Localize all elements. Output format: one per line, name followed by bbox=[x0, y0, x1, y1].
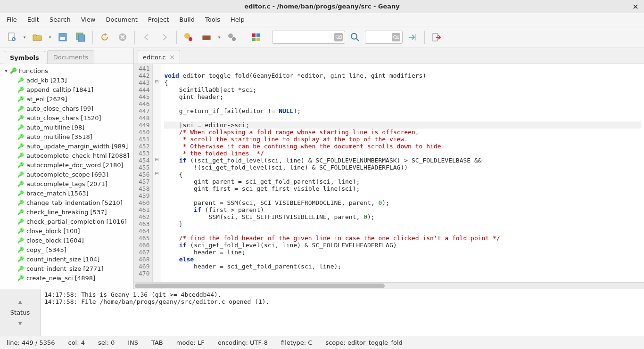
find-button[interactable] bbox=[347, 29, 363, 45]
menu-file[interactable]: File bbox=[2, 14, 22, 25]
symbol-item[interactable]: check_line_breaking [537] bbox=[0, 207, 133, 217]
function-icon bbox=[17, 189, 25, 197]
menu-project[interactable]: Project bbox=[143, 14, 173, 25]
search-clear-button[interactable]: ⌫ bbox=[334, 33, 343, 41]
symbol-item[interactable]: brace_match [1563] bbox=[0, 188, 133, 198]
new-file-button[interactable] bbox=[4, 29, 20, 45]
build-dropdown[interactable]: ▾ bbox=[216, 29, 222, 45]
symbol-item[interactable]: count_indent_size [2771] bbox=[0, 264, 133, 273]
close-icon bbox=[117, 32, 128, 42]
toolbar-separator bbox=[134, 31, 135, 44]
symbol-item[interactable]: close_block [1604] bbox=[0, 235, 133, 245]
symbol-item[interactable]: copy_ [5345] bbox=[0, 245, 133, 254]
fold-marker[interactable]: ⊟ bbox=[155, 78, 159, 85]
save-button[interactable] bbox=[55, 29, 71, 45]
symbol-item[interactable]: check_partial_completion [1016] bbox=[0, 217, 133, 226]
fold-marker[interactable]: ⊟ bbox=[155, 156, 159, 163]
function-icon bbox=[17, 105, 25, 112]
svg-point-16 bbox=[351, 33, 357, 39]
fold-marker[interactable]: ⊟ bbox=[155, 170, 159, 177]
message-area[interactable]: 14:17:58: This is Geany 1.36 (git >= 4bc… bbox=[41, 289, 644, 336]
function-icon bbox=[17, 227, 25, 235]
symbol-item[interactable]: autocomplete_tags [2071] bbox=[0, 179, 133, 188]
code-text[interactable]: void editor_toggle_fold(GeanyEditor *edi… bbox=[161, 64, 644, 282]
symbol-label: change_tab_indentation [5210] bbox=[26, 199, 123, 206]
tab-prev-icon[interactable]: ▲ bbox=[18, 299, 22, 304]
open-file-button[interactable] bbox=[29, 29, 45, 45]
horizontal-scrollbar[interactable] bbox=[134, 282, 644, 289]
tree-root-functions[interactable]: ▾ Functions bbox=[0, 66, 133, 75]
status-encoding: encoding: UTF-8 bbox=[218, 339, 268, 346]
function-icon bbox=[17, 95, 25, 103]
menu-tools[interactable]: Tools bbox=[200, 14, 225, 25]
function-icon bbox=[17, 236, 25, 244]
svg-rect-17 bbox=[415, 34, 416, 41]
menu-search[interactable]: Search bbox=[45, 14, 75, 25]
save-all-icon bbox=[75, 32, 86, 42]
symbol-label: auto_close_chars [99] bbox=[26, 105, 93, 112]
message-tab-selector[interactable]: ▲ Status ▼ bbox=[0, 289, 41, 336]
symbol-item[interactable]: count_indent_size [104] bbox=[0, 254, 133, 264]
goto-clear-button[interactable]: ⌫ bbox=[392, 33, 400, 41]
close-button[interactable] bbox=[115, 29, 131, 45]
menu-view[interactable]: View bbox=[76, 14, 100, 25]
window-close-button[interactable]: ✕ bbox=[631, 2, 640, 11]
execute-button[interactable] bbox=[224, 29, 240, 45]
new-file-dropdown[interactable]: ▾ bbox=[22, 29, 27, 45]
tab-close-button[interactable]: × bbox=[169, 53, 175, 61]
symbol-item[interactable]: append_calltip [1841] bbox=[0, 85, 133, 94]
function-icon bbox=[17, 180, 25, 187]
build-button[interactable] bbox=[198, 29, 215, 45]
symbol-item[interactable]: create_new_sci [4898] bbox=[0, 273, 133, 283]
code-editor[interactable]: 4414424434444454464474484494504514524534… bbox=[134, 64, 644, 282]
menu-edit[interactable]: Edit bbox=[23, 14, 44, 25]
symbol-item[interactable]: add_kb [213] bbox=[0, 75, 133, 85]
symbol-item[interactable]: autocomplete_scope [693] bbox=[0, 170, 133, 179]
function-icon bbox=[17, 133, 25, 140]
color-chooser-button[interactable] bbox=[248, 29, 264, 45]
symbol-item[interactable]: auto_multiline [3518] bbox=[0, 132, 133, 141]
symbol-item[interactable]: autocomplete_doc_word [2180] bbox=[0, 160, 133, 170]
save-all-button[interactable] bbox=[73, 29, 89, 45]
goto-input[interactable] bbox=[368, 31, 392, 43]
nav-back-button[interactable] bbox=[139, 29, 155, 45]
folder-open-icon bbox=[32, 32, 42, 42]
open-recent-dropdown[interactable]: ▾ bbox=[47, 29, 53, 45]
symbol-tree[interactable]: ▾ Functions add_kb [213]append_calltip [… bbox=[0, 64, 133, 289]
symbol-item[interactable]: close_block [100] bbox=[0, 226, 133, 235]
tab-next-icon[interactable]: ▼ bbox=[18, 321, 22, 326]
symbol-item[interactable]: auto_multiline [98] bbox=[0, 122, 133, 132]
brick-icon bbox=[201, 32, 212, 42]
symbol-label: auto_multiline [98] bbox=[26, 124, 84, 131]
reload-button[interactable] bbox=[97, 29, 113, 45]
symbol-item[interactable]: auto_close_chars [99] bbox=[0, 104, 133, 113]
sidebar-tab-documents[interactable]: Documents bbox=[47, 50, 94, 64]
compile-button[interactable] bbox=[181, 29, 197, 45]
sidebar-tab-symbols[interactable]: Symbols bbox=[4, 51, 45, 64]
tree-expander-icon[interactable]: ▾ bbox=[3, 68, 9, 73]
status-line: line: 449 / 5356 bbox=[7, 339, 55, 346]
symbol-item[interactable]: at_eol [2629] bbox=[0, 94, 133, 104]
nav-forward-button[interactable] bbox=[157, 29, 173, 45]
fold-gutter[interactable]: ⊟ ⊟ ⊟ bbox=[153, 64, 161, 282]
svg-point-11 bbox=[232, 37, 236, 41]
menu-build[interactable]: Build bbox=[174, 14, 199, 25]
menu-help[interactable]: Help bbox=[226, 14, 249, 25]
scrollbar-thumb[interactable] bbox=[135, 284, 385, 288]
menu-document[interactable]: Document bbox=[101, 14, 142, 25]
symbol-item[interactable]: autocomplete_check_html [2088] bbox=[0, 151, 133, 160]
symbol-item[interactable]: auto_close_chars [1520] bbox=[0, 113, 133, 122]
search-input[interactable] bbox=[275, 31, 334, 43]
symbol-item[interactable]: auto_update_margin_width [989] bbox=[0, 141, 133, 151]
goto-entry[interactable]: ⌫ bbox=[365, 31, 403, 44]
status-ins: INS bbox=[128, 339, 138, 346]
symbol-item[interactable]: change_tab_indentation [5210] bbox=[0, 198, 133, 207]
document-tab[interactable]: editor.c × bbox=[138, 50, 180, 64]
search-entry[interactable]: ⌫ bbox=[272, 31, 345, 44]
svg-rect-3 bbox=[60, 37, 65, 40]
goto-line-button[interactable] bbox=[405, 29, 421, 45]
toolbar-separator bbox=[244, 31, 244, 44]
symbol-label: autocomplete_scope [693] bbox=[26, 171, 108, 178]
quit-button[interactable] bbox=[429, 29, 445, 45]
main-pane: Symbols Documents ▾ Functions add_kb [21… bbox=[0, 48, 644, 289]
